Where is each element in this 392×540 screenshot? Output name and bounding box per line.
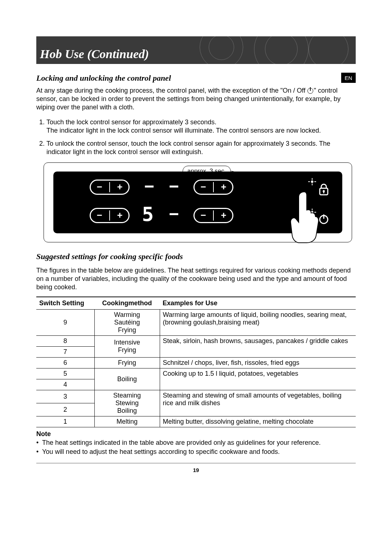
header-decoration [196,36,341,64]
cell-example: Cooking up to 1.5 l liquid, potatoes, ve… [160,368,356,390]
step-2-text: To unlock the control sensor, touch the … [46,140,330,156]
zone-control-bottom-right: − + [193,208,233,223]
svg-point-6 [323,190,325,192]
table-row: 9 Warming Sautéing Frying Warming large … [36,309,356,335]
divider-icon [109,182,110,192]
method-text: Warming [114,311,140,318]
plus-icon: + [220,210,228,221]
step-1-text: Touch the lock control sensor for approx… [46,118,321,134]
zone-control-top-right: − + [193,180,233,195]
method-text: Boiling [117,407,137,414]
cell-method: Frying [94,357,160,368]
table-row: 5 Boiling Cooking up to 1.5 l liquid, po… [36,368,356,379]
cell-example: Steaming and stewing of small amounts of… [160,390,356,416]
settings-intro: The figures in the table below are guide… [36,266,356,291]
page-header: Hob Use (Continued) [36,36,356,64]
locking-intro: At any stage during the cooking process,… [36,86,356,112]
note-item: The heat settings indicated in the table… [36,439,356,447]
method-text: Steaming [113,392,141,399]
cell-example: Melting butter, dissolving gelatine, mel… [160,416,356,427]
section-title-settings: Suggested settings for cooking specific … [36,252,356,261]
cell-setting: 8 [36,335,94,346]
settings-table: Switch Setting Cookingmethod Examples fo… [36,297,356,427]
minus-icon: − [199,181,207,193]
cell-example: Schnitzel / chops, liver, fish, rissoles… [160,357,356,368]
cell-method: Intensive Frying [94,335,160,357]
control-panel-figure: approx. 3 sec. − + − + – – 5 – − [44,162,352,242]
plus-icon: + [116,181,124,193]
method-text: Stewing [115,399,139,407]
power-icon-inline [307,88,313,94]
note-list: The heat settings indicated in the table… [36,439,356,456]
cell-setting: 2 [36,403,94,416]
table-row: 6 Frying Schnitzel / chops, liver, fish,… [36,357,356,368]
table-row: 8 Intensive Frying Steak, sirloin, hash … [36,335,356,346]
cell-example: Warming large amounts of liquid, boiling… [160,309,356,335]
svg-point-0 [311,181,313,183]
table-row: 1 Melting Melting butter, dissolving gel… [36,416,356,427]
cell-method: Boiling [94,368,160,390]
col-switch-setting: Switch Setting [36,297,94,310]
col-cooking-method: Cookingmethod [94,297,160,310]
divider-icon [109,210,110,221]
table-row: 3 Steaming Stewing Boiling Steaming and … [36,390,356,403]
language-badge: EN [341,73,356,83]
method-text: Intensive [114,339,140,346]
cell-setting: 7 [36,346,94,357]
plus-icon: + [220,181,228,193]
footer-divider [36,463,356,463]
step-2: To unlock the control sensor, touch the … [46,140,356,157]
display-digit-5: 5 [142,203,154,226]
method-text: Frying [118,346,136,354]
cell-setting: 3 [36,390,94,403]
hob-control-panel: − + − + – – 5 – − + − [53,172,342,233]
cell-method: Warming Sautéing Frying [94,309,160,335]
divider-icon [213,182,214,192]
cell-setting: 9 [36,309,94,335]
table-header-row: Switch Setting Cookingmethod Examples fo… [36,297,356,310]
page-title: Hob Use (Continued) [40,47,149,64]
minus-icon: − [199,210,207,221]
intro-text-pre: At any stage during the cooking process,… [36,87,307,94]
page-number: 19 [36,467,356,473]
method-text: Sautéing [114,319,140,326]
locking-steps: Touch the lock control sensor for approx… [36,118,356,157]
note-title: Note [36,430,356,438]
minus-icon: − [95,181,103,193]
note-block: Note The heat settings indicated in the … [36,430,356,456]
section-title-locking: Locking and unlocking the control panel [36,73,356,83]
zone-control-top-left: − + [90,180,130,195]
display-digit: – [168,175,180,197]
divider-icon [213,210,214,221]
col-examples: Examples for Use [160,297,356,310]
cell-method: Steaming Stewing Boiling [94,390,160,416]
zone-control-bottom-left: − + [90,208,130,223]
step-1: Touch the lock control sensor for approx… [46,118,356,135]
cell-setting: 5 [36,368,94,379]
method-text: Frying [118,326,136,334]
indicator-dot-icon [307,178,317,187]
note-item: You will need to adjust the heat setting… [36,448,356,456]
plus-icon: + [116,210,124,221]
manual-page: Hob Use (Continued) EN Locking and unloc… [0,0,392,540]
cell-method: Melting [94,416,160,427]
display-digit: – [143,175,155,197]
cell-setting: 4 [36,379,94,390]
cell-setting: 6 [36,357,94,368]
cell-setting: 1 [36,416,94,427]
cell-example: Steak, sirloin, hash browns, sausages, p… [160,335,356,357]
pointing-hand-icon [288,188,320,243]
minus-icon: − [95,210,103,221]
display-digit: – [168,203,180,225]
